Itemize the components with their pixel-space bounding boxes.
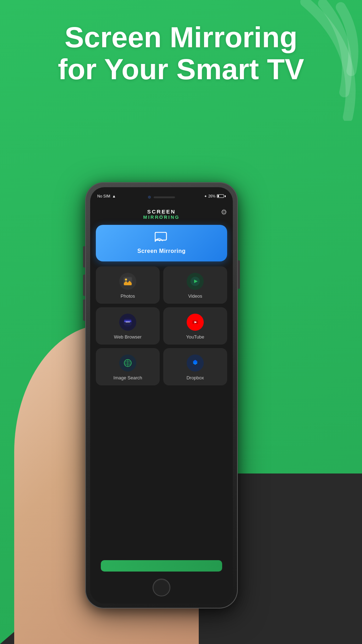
battery-percent: 26% <box>208 194 215 198</box>
app-logo-text: SCREEN MIRRORING <box>96 209 227 220</box>
bottom-bar <box>101 560 222 572</box>
headline-line1: Screen Mirroring <box>65 21 297 53</box>
svg-point-4 <box>125 278 127 281</box>
youtube-tile[interactable]: YouTube <box>163 307 227 345</box>
phone-screen: No SIM ▲ 11:01 AM ✦ 26% <box>90 187 233 604</box>
image-search-tile[interactable]: Image Search <box>96 348 160 385</box>
web-browser-icon: www <box>119 314 136 331</box>
photos-icon <box>119 273 136 290</box>
headline-text: Screen Mirroring for Your Smart TV <box>21 21 341 85</box>
photos-tile[interactable]: Photos <box>96 266 160 304</box>
app-grid: Photos Videos <box>96 266 227 385</box>
phone-device: No SIM ▲ 11:01 AM ✦ 26% <box>85 182 238 608</box>
phone-speaker <box>154 196 175 198</box>
image-search-icon <box>119 355 136 372</box>
logo-mirroring-text: MIRRORING <box>96 215 227 220</box>
dropbox-icon <box>187 355 204 372</box>
image-search-label: Image Search <box>114 375 142 380</box>
photos-label: Photos <box>121 293 135 299</box>
logo-screen-text: SCREEN <box>96 209 227 215</box>
youtube-label: YouTube <box>186 334 204 340</box>
cast-icon <box>155 232 168 245</box>
svg-rect-10 <box>124 320 131 321</box>
youtube-icon <box>187 314 204 331</box>
dropbox-tile[interactable]: Dropbox <box>163 348 227 385</box>
battery-indicator <box>217 194 226 198</box>
phone-scene: No SIM ▲ 11:01 AM ✦ 26% <box>43 164 319 644</box>
svg-rect-11 <box>124 323 131 325</box>
front-camera <box>148 196 151 199</box>
phone-notch <box>140 194 183 201</box>
status-left: No SIM ▲ <box>97 194 116 198</box>
app-content: ⚙ ✕ SCREEN MIRRORING <box>90 205 233 604</box>
dropbox-label: Dropbox <box>186 375 204 380</box>
headline: Screen Mirroring for Your Smart TV <box>0 21 362 85</box>
app-logo: ✕ SCREEN MIRRORING <box>96 209 227 220</box>
mirror-button-label: Screen Mirroring <box>137 248 186 254</box>
screen-mirroring-button[interactable]: Screen Mirroring <box>96 225 227 261</box>
bluetooth-icon: ✦ <box>204 194 207 198</box>
videos-tile[interactable]: Videos <box>163 266 227 304</box>
carrier-label: No SIM <box>97 194 110 198</box>
battery-tip <box>225 195 226 197</box>
battery-fill <box>218 195 219 197</box>
headline-line2: for Your Smart TV <box>58 53 304 85</box>
web-browser-label: Web Browser <box>114 334 142 340</box>
battery-body <box>217 194 224 198</box>
wifi-icon: ▲ <box>112 194 116 198</box>
home-button[interactable] <box>153 579 170 596</box>
videos-icon <box>187 273 204 290</box>
web-browser-tile[interactable]: www Web Browser <box>96 307 160 345</box>
status-right: ✦ 26% <box>204 194 226 198</box>
videos-label: Videos <box>188 293 202 299</box>
